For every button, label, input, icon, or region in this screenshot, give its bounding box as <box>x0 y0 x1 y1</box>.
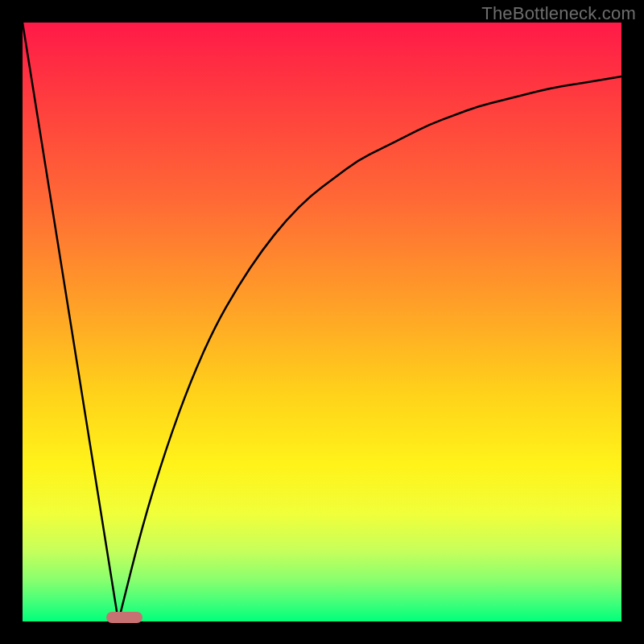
watermark-text: TheBottleneck.com <box>481 3 636 24</box>
chart-frame: TheBottleneck.com <box>0 0 644 644</box>
curve-path <box>23 23 621 621</box>
bottleneck-curve <box>23 23 621 621</box>
notch-marker <box>106 612 142 623</box>
plot-area <box>23 23 621 621</box>
